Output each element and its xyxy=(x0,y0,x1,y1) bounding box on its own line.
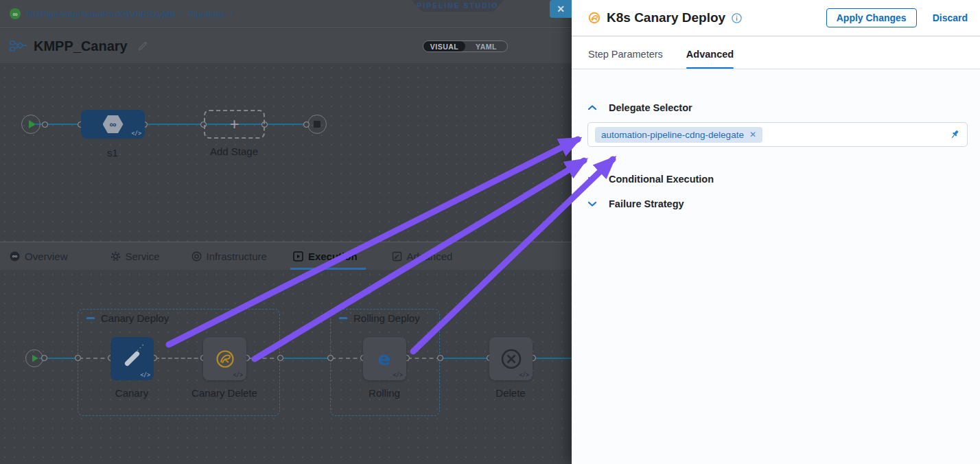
stage-graph-canvas: ∞ </> s1 + Add Stage xyxy=(0,63,572,242)
chevron-right-icon: › xyxy=(231,9,233,19)
step-label-delete: Delete xyxy=(495,387,525,399)
infrastructure-icon xyxy=(191,251,202,262)
chevron-right-icon: › xyxy=(180,9,183,19)
step-group-canary-deploy[interactable] xyxy=(78,309,280,416)
stage-tab-bar: Overview Service Infrastructure Executio… xyxy=(0,242,572,270)
yaml-toggle-button[interactable]: YAML xyxy=(465,41,507,51)
graph-node xyxy=(277,355,283,361)
tab-label: Service xyxy=(126,251,160,262)
edit-pencil-icon[interactable] xyxy=(137,40,148,51)
k8s-canary-icon xyxy=(588,12,600,24)
group-label-rolling-deploy[interactable]: Rolling Deploy xyxy=(339,312,420,324)
plus-icon: + xyxy=(229,115,239,134)
collapse-minus-icon[interactable] xyxy=(339,317,347,319)
step-config-drawer: K8s Canary Deploy Apply Changes Discard … xyxy=(572,0,980,464)
step-canary-delete[interactable]: </> xyxy=(203,337,246,380)
breadcrumb-project-link[interactable]: NGPipeAutoDemoProXBVbESzyM8 xyxy=(27,9,176,19)
graph-node xyxy=(437,355,443,361)
delegate-tag: automation-pipeline-cdng-delegate ✕ xyxy=(595,127,762,143)
execution-graph-canvas: Canary Deploy Rolling Deploy </> Canary … xyxy=(0,270,572,464)
code-icon: </> xyxy=(233,372,243,378)
remove-tag-icon[interactable]: ✕ xyxy=(749,130,756,139)
tab-execution[interactable]: Execution xyxy=(293,242,358,270)
tab-label: Execution xyxy=(308,251,358,262)
code-icon: </> xyxy=(520,372,529,378)
section-delegate-selector[interactable]: Delegate Selector xyxy=(587,102,968,113)
tab-step-parameters[interactable]: Step Parameters xyxy=(588,49,663,69)
drawer-tab-bar: Step Parameters Advanced xyxy=(572,36,980,69)
execution-icon xyxy=(293,251,303,262)
exec-connector xyxy=(441,358,491,359)
step-delete[interactable]: </> xyxy=(489,337,533,380)
visual-yaml-toggle: VISUAL YAML xyxy=(423,40,508,52)
section-conditional-execution[interactable]: Conditional Execution xyxy=(587,174,968,185)
drawer-title: K8s Canary Deploy xyxy=(607,10,725,25)
pipeline-name: KMPP_Canary xyxy=(34,38,128,54)
pipeline-run-start-node[interactable] xyxy=(21,115,40,134)
tab-advanced[interactable]: Advanced xyxy=(686,49,734,69)
collapse-minus-icon[interactable] xyxy=(86,317,95,319)
graph-node xyxy=(327,355,334,361)
graph-node xyxy=(42,121,48,128)
group-label-canary-deploy[interactable]: Canary Deploy xyxy=(86,312,169,324)
add-stage-button[interactable]: + xyxy=(204,110,265,139)
close-drawer-button[interactable]: ✕ xyxy=(550,0,572,18)
section-label: Delegate Selector xyxy=(609,102,692,113)
pin-icon[interactable] xyxy=(949,129,960,140)
code-icon: </> xyxy=(132,130,141,137)
chevron-down-icon[interactable] xyxy=(587,176,597,183)
exec-connector xyxy=(534,358,572,359)
group-label: Canary Deploy xyxy=(101,312,169,324)
delegate-selector-input[interactable]: automation-pipeline-cdng-delegate ✕ xyxy=(587,122,968,147)
play-icon xyxy=(29,120,36,128)
section-failure-strategy[interactable]: Failure Strategy xyxy=(587,198,968,209)
code-icon: </> xyxy=(141,372,150,378)
play-icon xyxy=(32,355,38,362)
step-rolling[interactable]: e </> xyxy=(363,337,406,380)
delegate-tag-label: automation-pipeline-cdng-delegate xyxy=(601,130,744,140)
drawer-body: Delegate Selector automation-pipeline-cd… xyxy=(572,69,980,464)
pipeline-studio-canvas: ∞ NGPipeAutoDemoProXBVbESzyM8 › Pipeline… xyxy=(0,0,572,464)
group-label: Rolling Deploy xyxy=(353,312,420,324)
pipeline-end-node xyxy=(307,115,327,134)
tab-service[interactable]: Service xyxy=(110,242,160,270)
stop-icon xyxy=(314,121,320,128)
breadcrumb: ∞ NGPipeAutoDemoProXBVbESzyM8 › Pipeline… xyxy=(10,8,233,19)
graph-node xyxy=(41,355,47,361)
tab-infrastructure[interactable]: Infrastructure xyxy=(191,242,267,270)
discard-button[interactable]: Discard xyxy=(933,12,968,23)
step-canary[interactable]: </> xyxy=(110,337,154,380)
graph-node xyxy=(75,355,81,361)
section-label: Failure Strategy xyxy=(609,198,684,209)
advanced-icon xyxy=(392,251,402,262)
add-stage-label: Add Stage xyxy=(210,146,258,157)
harness-logo-icon: ∞ xyxy=(10,8,21,19)
chevron-down-icon[interactable] xyxy=(587,200,597,207)
stage-s1-card[interactable]: ∞ </> xyxy=(81,110,145,139)
graph-node xyxy=(303,121,310,128)
tab-label: Infrastructure xyxy=(207,251,267,262)
deploy-stage-icon: ∞ xyxy=(103,115,124,133)
gear-icon xyxy=(110,251,121,262)
section-label: Conditional Execution xyxy=(609,174,714,185)
code-icon: </> xyxy=(393,372,403,378)
overview-icon xyxy=(10,251,20,262)
tab-overview[interactable]: Overview xyxy=(10,242,68,270)
stage-s1-label: s1 xyxy=(107,147,118,159)
visual-toggle-button[interactable]: VISUAL xyxy=(423,41,465,51)
pipeline-studio-badge: PIPELINE STUDIO xyxy=(412,0,504,12)
info-icon[interactable] xyxy=(732,13,742,23)
tab-advanced[interactable]: Advanced xyxy=(392,242,453,270)
tab-label: Advanced xyxy=(407,251,453,262)
pipeline-icon xyxy=(10,40,27,52)
apply-changes-button[interactable]: Apply Changes xyxy=(826,8,917,27)
drawer-header: K8s Canary Deploy Apply Changes Discard xyxy=(572,0,980,36)
chevron-up-icon[interactable] xyxy=(587,104,597,111)
breadcrumb-pipelines-link[interactable]: Pipelines xyxy=(188,9,226,19)
tab-label: Overview xyxy=(25,251,68,262)
exec-connector xyxy=(280,358,331,359)
